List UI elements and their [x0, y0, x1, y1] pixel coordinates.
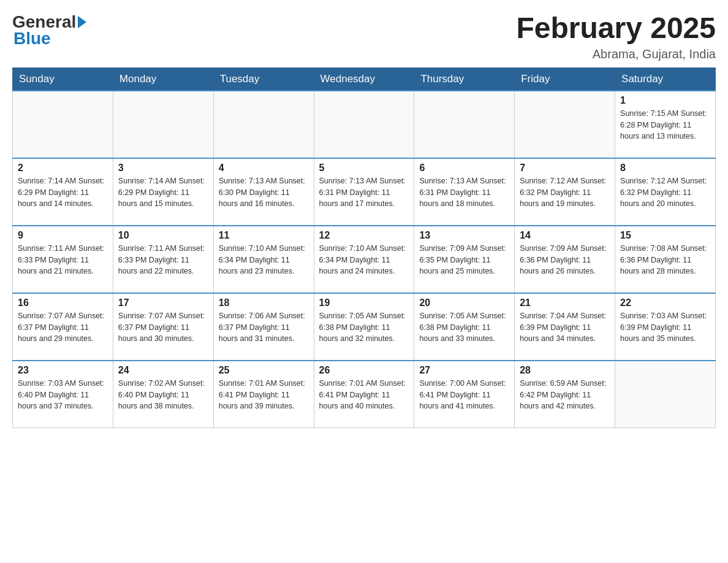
day-number: 28 — [520, 365, 610, 376]
day-info: Sunrise: 7:10 AM Sunset: 6:34 PM Dayligh… — [319, 243, 409, 277]
day-info: Sunrise: 7:07 AM Sunset: 6:37 PM Dayligh… — [118, 310, 208, 345]
calendar-cell: 3Sunrise: 7:14 AM Sunset: 6:29 PM Daylig… — [113, 158, 213, 226]
day-number: 16 — [18, 297, 108, 308]
calendar-cell — [213, 91, 314, 158]
calendar-cell — [515, 91, 615, 158]
calendar-cell: 22Sunrise: 7:03 AM Sunset: 6:39 PM Dayli… — [615, 293, 716, 361]
day-number: 26 — [319, 365, 409, 376]
day-number: 5 — [319, 163, 409, 174]
calendar-cell — [414, 91, 515, 158]
day-number: 25 — [219, 365, 309, 376]
day-number: 6 — [419, 163, 509, 174]
calendar-cell: 9Sunrise: 7:11 AM Sunset: 6:33 PM Daylig… — [13, 226, 113, 293]
weekday-header-row: SundayMondayTuesdayWednesdayThursdayFrid… — [13, 67, 716, 91]
day-info: Sunrise: 7:15 AM Sunset: 6:28 PM Dayligh… — [620, 108, 710, 142]
day-info: Sunrise: 7:08 AM Sunset: 6:36 PM Dayligh… — [620, 243, 710, 277]
day-number: 11 — [219, 230, 309, 241]
calendar-cell — [113, 91, 213, 158]
day-info: Sunrise: 7:14 AM Sunset: 6:29 PM Dayligh… — [18, 175, 108, 210]
calendar-cell: 26Sunrise: 7:01 AM Sunset: 6:41 PM Dayli… — [314, 361, 414, 428]
day-number: 2 — [18, 163, 108, 174]
calendar-cell: 15Sunrise: 7:08 AM Sunset: 6:36 PM Dayli… — [615, 226, 716, 293]
day-number: 9 — [18, 230, 108, 241]
calendar-cell: 24Sunrise: 7:02 AM Sunset: 6:40 PM Dayli… — [113, 361, 213, 428]
logo-arrow-icon — [78, 16, 86, 28]
week-row-2: 2Sunrise: 7:14 AM Sunset: 6:29 PM Daylig… — [13, 158, 716, 226]
weekday-header-saturday: Saturday — [615, 67, 716, 91]
calendar-cell — [615, 361, 716, 428]
day-info: Sunrise: 7:05 AM Sunset: 6:38 PM Dayligh… — [419, 310, 509, 345]
day-info: Sunrise: 7:02 AM Sunset: 6:40 PM Dayligh… — [118, 378, 208, 412]
calendar-cell: 21Sunrise: 7:04 AM Sunset: 6:39 PM Dayli… — [515, 293, 615, 361]
day-info: Sunrise: 7:12 AM Sunset: 6:32 PM Dayligh… — [520, 175, 610, 210]
calendar-cell: 20Sunrise: 7:05 AM Sunset: 6:38 PM Dayli… — [414, 293, 515, 361]
logo-blue-text: Blue — [13, 29, 51, 48]
day-number: 21 — [520, 297, 610, 308]
day-info: Sunrise: 7:04 AM Sunset: 6:39 PM Dayligh… — [520, 310, 610, 345]
calendar-cell: 17Sunrise: 7:07 AM Sunset: 6:37 PM Dayli… — [113, 293, 213, 361]
day-number: 19 — [319, 297, 409, 308]
day-info: Sunrise: 7:03 AM Sunset: 6:39 PM Dayligh… — [620, 310, 710, 345]
day-info: Sunrise: 7:09 AM Sunset: 6:36 PM Dayligh… — [520, 243, 610, 277]
month-title: February 2025 — [516, 12, 716, 45]
calendar-cell: 11Sunrise: 7:10 AM Sunset: 6:34 PM Dayli… — [213, 226, 314, 293]
calendar-cell: 13Sunrise: 7:09 AM Sunset: 6:35 PM Dayli… — [414, 226, 515, 293]
calendar-cell: 28Sunrise: 6:59 AM Sunset: 6:42 PM Dayli… — [515, 361, 615, 428]
day-info: Sunrise: 7:07 AM Sunset: 6:37 PM Dayligh… — [18, 310, 108, 345]
day-number: 1 — [620, 95, 710, 106]
logo: General Blue — [12, 12, 86, 48]
day-info: Sunrise: 7:01 AM Sunset: 6:41 PM Dayligh… — [319, 378, 409, 412]
day-info: Sunrise: 7:13 AM Sunset: 6:31 PM Dayligh… — [319, 175, 409, 210]
page-header: General Blue February 2025 Abrama, Gujar… — [12, 12, 716, 61]
day-info: Sunrise: 7:14 AM Sunset: 6:29 PM Dayligh… — [118, 175, 208, 210]
day-info: Sunrise: 7:11 AM Sunset: 6:33 PM Dayligh… — [18, 243, 108, 277]
day-info: Sunrise: 7:06 AM Sunset: 6:37 PM Dayligh… — [219, 310, 309, 345]
weekday-header-tuesday: Tuesday — [213, 67, 314, 91]
calendar-cell — [314, 91, 414, 158]
day-number: 23 — [18, 365, 108, 376]
day-number: 22 — [620, 297, 710, 308]
weekday-header-friday: Friday — [515, 67, 615, 91]
calendar-cell: 8Sunrise: 7:12 AM Sunset: 6:32 PM Daylig… — [615, 158, 716, 226]
calendar-cell: 10Sunrise: 7:11 AM Sunset: 6:33 PM Dayli… — [113, 226, 213, 293]
day-number: 15 — [620, 230, 710, 241]
calendar-cell: 6Sunrise: 7:13 AM Sunset: 6:31 PM Daylig… — [414, 158, 515, 226]
day-info: Sunrise: 7:11 AM Sunset: 6:33 PM Dayligh… — [118, 243, 208, 277]
day-number: 20 — [419, 297, 509, 308]
calendar-cell: 12Sunrise: 7:10 AM Sunset: 6:34 PM Dayli… — [314, 226, 414, 293]
day-number: 27 — [419, 365, 509, 376]
day-info: Sunrise: 7:03 AM Sunset: 6:40 PM Dayligh… — [18, 378, 108, 412]
calendar-cell: 4Sunrise: 7:13 AM Sunset: 6:30 PM Daylig… — [213, 158, 314, 226]
day-number: 14 — [520, 230, 610, 241]
day-info: Sunrise: 6:59 AM Sunset: 6:42 PM Dayligh… — [520, 378, 610, 412]
week-row-3: 9Sunrise: 7:11 AM Sunset: 6:33 PM Daylig… — [13, 226, 716, 293]
calendar-cell: 5Sunrise: 7:13 AM Sunset: 6:31 PM Daylig… — [314, 158, 414, 226]
day-number: 4 — [219, 163, 309, 174]
weekday-header-thursday: Thursday — [414, 67, 515, 91]
weekday-header-monday: Monday — [113, 67, 213, 91]
calendar-cell: 1Sunrise: 7:15 AM Sunset: 6:28 PM Daylig… — [615, 91, 716, 158]
day-number: 10 — [118, 230, 208, 241]
week-row-1: 1Sunrise: 7:15 AM Sunset: 6:28 PM Daylig… — [13, 91, 716, 158]
day-info: Sunrise: 7:09 AM Sunset: 6:35 PM Dayligh… — [419, 243, 509, 277]
day-info: Sunrise: 7:12 AM Sunset: 6:32 PM Dayligh… — [620, 175, 710, 210]
day-number: 12 — [319, 230, 409, 241]
title-section: February 2025 Abrama, Gujarat, India — [516, 12, 716, 61]
day-info: Sunrise: 7:10 AM Sunset: 6:34 PM Dayligh… — [219, 243, 309, 277]
day-number: 7 — [520, 163, 610, 174]
calendar-cell: 14Sunrise: 7:09 AM Sunset: 6:36 PM Dayli… — [515, 226, 615, 293]
calendar-cell — [13, 91, 113, 158]
day-info: Sunrise: 7:13 AM Sunset: 6:30 PM Dayligh… — [219, 175, 309, 210]
day-info: Sunrise: 7:01 AM Sunset: 6:41 PM Dayligh… — [219, 378, 309, 412]
calendar-cell: 2Sunrise: 7:14 AM Sunset: 6:29 PM Daylig… — [13, 158, 113, 226]
day-info: Sunrise: 7:00 AM Sunset: 6:41 PM Dayligh… — [419, 378, 509, 412]
day-info: Sunrise: 7:13 AM Sunset: 6:31 PM Dayligh… — [419, 175, 509, 210]
calendar-cell: 19Sunrise: 7:05 AM Sunset: 6:38 PM Dayli… — [314, 293, 414, 361]
day-number: 3 — [118, 163, 208, 174]
week-row-4: 16Sunrise: 7:07 AM Sunset: 6:37 PM Dayli… — [13, 293, 716, 361]
week-row-5: 23Sunrise: 7:03 AM Sunset: 6:40 PM Dayli… — [13, 361, 716, 428]
calendar-cell: 25Sunrise: 7:01 AM Sunset: 6:41 PM Dayli… — [213, 361, 314, 428]
weekday-header-sunday: Sunday — [13, 67, 113, 91]
calendar-cell: 23Sunrise: 7:03 AM Sunset: 6:40 PM Dayli… — [13, 361, 113, 428]
location-text: Abrama, Gujarat, India — [516, 47, 716, 61]
